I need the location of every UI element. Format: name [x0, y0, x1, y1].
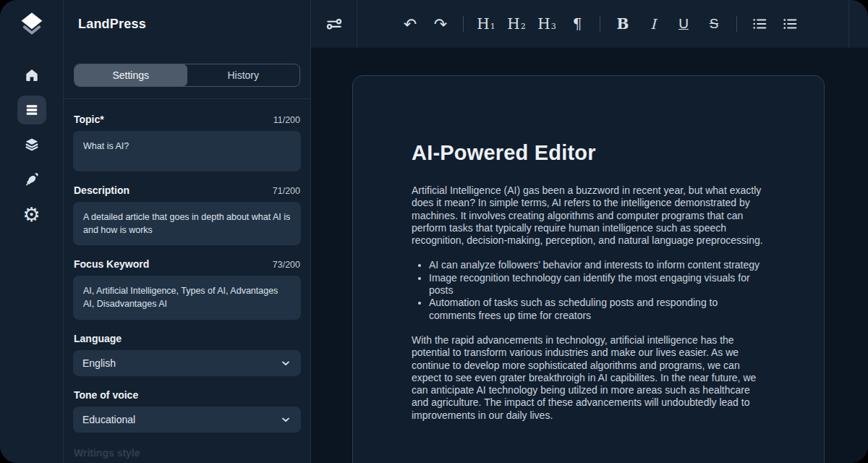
toolbar-divider — [463, 16, 464, 32]
underline-button[interactable]: U — [671, 12, 696, 36]
focus-keyword-counter: 73/200 — [273, 260, 300, 270]
bullet-list-button[interactable] — [747, 12, 772, 36]
app-window: LandPress ↶ ↷ H1 H2 H3 ¶ B I U S — [0, 0, 868, 463]
language-label: Language — [74, 333, 122, 344]
redo-button[interactable]: ↷ — [428, 12, 453, 36]
tone-of-voice-select[interactable]: Educational — [73, 407, 301, 433]
sidebar-item-rocket[interactable] — [17, 165, 46, 194]
toolbar-divider — [736, 16, 737, 32]
strikethrough-button[interactable]: S — [702, 12, 726, 36]
language-select[interactable]: English — [73, 350, 301, 376]
italic-button[interactable]: I — [641, 12, 665, 36]
body: ⚙ Settings History Topic* 11/200 What is… — [0, 48, 868, 463]
rocket-icon — [24, 171, 40, 187]
list-item[interactable]: AI can analyze followers’ behavior and i… — [429, 259, 766, 271]
tab-settings[interactable]: Settings — [75, 64, 187, 86]
tab-group: Settings History — [74, 64, 300, 87]
description-input[interactable]: A detailed article that goes in depth ab… — [73, 202, 301, 245]
tabs-section: Settings History — [64, 48, 310, 99]
toolbar-divider — [600, 16, 600, 32]
sliders-icon — [325, 14, 344, 33]
topic-input[interactable]: What is AI? — [73, 131, 301, 171]
sidebar-item-layers[interactable] — [17, 130, 46, 159]
gear-icon: ⚙ — [22, 205, 40, 224]
bold-button[interactable]: B — [610, 12, 635, 36]
tone-of-voice-label: Tone of voice — [74, 389, 138, 401]
header: LandPress ↶ ↷ H1 H2 H3 ¶ B I U S — [0, 0, 868, 48]
sidebar-item-settings[interactable]: ⚙ — [17, 200, 46, 229]
chevron-down-icon — [280, 414, 292, 425]
heading-2-button[interactable]: H2 — [504, 12, 529, 36]
editor-toolbar: ↶ ↷ H1 H2 H3 ¶ B I U S — [357, 0, 849, 48]
layers-icon — [24, 137, 40, 153]
brand-cell: LandPress — [64, 0, 311, 48]
focus-keyword-label: Focus Keyword — [74, 258, 149, 270]
language-value: English — [82, 357, 116, 369]
ordered-list-button[interactable] — [778, 12, 802, 36]
paragraph-button[interactable]: ¶ — [565, 12, 590, 36]
bullet-list-icon — [752, 16, 767, 32]
logo[interactable] — [0, 0, 64, 48]
content-rows-icon — [24, 102, 40, 118]
landpress-logo-icon — [17, 11, 46, 37]
editor-area: AI-Powered Editor Artificial Intelligenc… — [311, 48, 868, 463]
toggle-settings-panel-button[interactable] — [311, 0, 357, 48]
description-label: Description — [74, 184, 129, 196]
document-paragraph[interactable]: Artificial Intelligence (AI) gas been a … — [412, 184, 766, 247]
undo-button[interactable]: ↶ — [398, 12, 422, 36]
tab-history[interactable]: History — [187, 64, 300, 86]
topic-counter: 11/200 — [273, 115, 300, 125]
settings-form: Topic* 11/200 What is AI? Description 71… — [64, 99, 310, 463]
description-counter: 71/200 — [273, 186, 300, 196]
settings-panel: Settings History Topic* 11/200 What is A… — [64, 48, 311, 463]
tone-of-voice-value: Educational — [82, 414, 135, 425]
writings-style-label: Writings style — [74, 447, 300, 459]
sidebar-rail: ⚙ — [0, 48, 64, 463]
ordered-list-icon — [782, 16, 798, 32]
list-item[interactable]: Image recognition technology can identif… — [429, 272, 766, 297]
document-title[interactable]: AI-Powered Editor — [412, 141, 766, 165]
app-title: LandPress — [78, 17, 146, 32]
sidebar-item-content[interactable] — [17, 95, 46, 124]
heading-3-button[interactable]: H3 — [535, 12, 559, 36]
focus-keyword-input[interactable]: AI, Artificial Intelligence, Types of AI… — [73, 276, 301, 319]
document-card[interactable]: AI-Powered Editor Artificial Intelligenc… — [352, 75, 825, 463]
document-paragraph[interactable]: With the rapid advancements in technolog… — [412, 334, 766, 422]
sidebar-item-home[interactable] — [17, 61, 46, 90]
chevron-down-icon — [280, 357, 292, 369]
topic-label: Topic* — [74, 114, 104, 125]
list-item[interactable]: Automation of tasks such as scheduling p… — [429, 297, 766, 322]
heading-1-button[interactable]: H1 — [474, 12, 498, 36]
document-bullet-list: AI can analyze followers’ behavior and i… — [412, 259, 766, 321]
home-icon — [24, 67, 40, 83]
